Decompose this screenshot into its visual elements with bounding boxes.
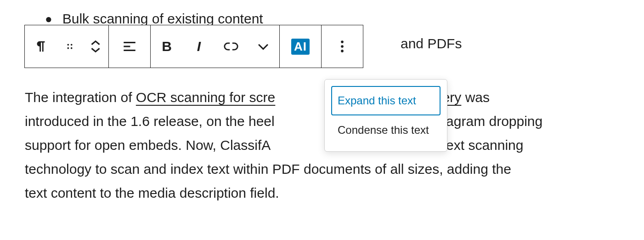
paragraph-line-4: technology to scan and index text within… (25, 157, 622, 181)
more-options-button[interactable] (322, 25, 363, 68)
block-toolbar: B I AI (24, 25, 363, 68)
svg-point-3 (71, 47, 73, 49)
drag-handle-button[interactable] (57, 25, 83, 68)
bold-button[interactable]: B (151, 25, 183, 68)
text: introduced in the 1.6 release, on the he… (25, 114, 275, 129)
list-item-text[interactable]: Bulk scanning of existing content (62, 11, 263, 27)
link-ocr[interactable]: OCR scanning for scre (136, 90, 275, 105)
ai-button[interactable]: AI (280, 25, 321, 68)
toolbar-group-align (109, 25, 151, 68)
ai-option-expand[interactable]: Expand this text (331, 86, 441, 115)
italic-icon: I (197, 39, 201, 54)
italic-button[interactable]: I (183, 25, 215, 68)
ai-dropdown-menu: Expand this text Condense this text (324, 79, 447, 152)
toolbar-group-more (322, 25, 363, 68)
align-left-icon (122, 39, 137, 54)
move-block-button[interactable] (83, 25, 108, 68)
more-formatting-button[interactable] (247, 25, 279, 68)
drag-handle-icon (65, 41, 75, 51)
toolbar-group-ai: AI (280, 25, 322, 68)
svg-point-7 (341, 40, 344, 43)
paragraph-line-3: support for open embeds. Now, ClassifAut… (25, 133, 622, 157)
chevron-down-icon (255, 39, 271, 54)
move-up-down-icon (88, 39, 103, 54)
paragraph-block-button[interactable] (25, 25, 57, 68)
paragraph-block[interactable]: The integration of OCR scanning for scre… (25, 86, 622, 205)
text: support for open embeds. Now, ClassifA (25, 137, 271, 153)
ai-option-condense[interactable]: Condense this text (331, 115, 441, 145)
text: The integration of (25, 90, 136, 105)
bullet-icon: ● (45, 13, 52, 25)
paragraph-line-2: introduced in the 1.6 release, on the he… (25, 109, 622, 133)
align-button[interactable] (109, 25, 150, 68)
svg-point-1 (71, 44, 73, 46)
bold-icon: B (162, 39, 172, 54)
link-icon (223, 39, 239, 54)
paragraph-line-5: text content to the media description fi… (25, 181, 622, 205)
svg-point-2 (68, 47, 69, 49)
paragraph-line-1: The integration of OCR scanning for scre… (25, 86, 622, 109)
svg-point-0 (68, 44, 69, 46)
kebab-icon (334, 39, 350, 54)
link-button[interactable] (215, 25, 247, 68)
text: was (461, 90, 490, 105)
list-item-fragment[interactable]: and PDFs (401, 36, 462, 51)
pilcrow-icon (33, 39, 49, 54)
list-item: ● Bulk scanning of existing content (45, 11, 263, 27)
svg-point-9 (341, 50, 344, 52)
toolbar-group-block (25, 25, 109, 68)
svg-point-8 (341, 45, 344, 48)
ai-icon: AI (291, 39, 310, 55)
toolbar-group-format: B I (151, 25, 280, 68)
